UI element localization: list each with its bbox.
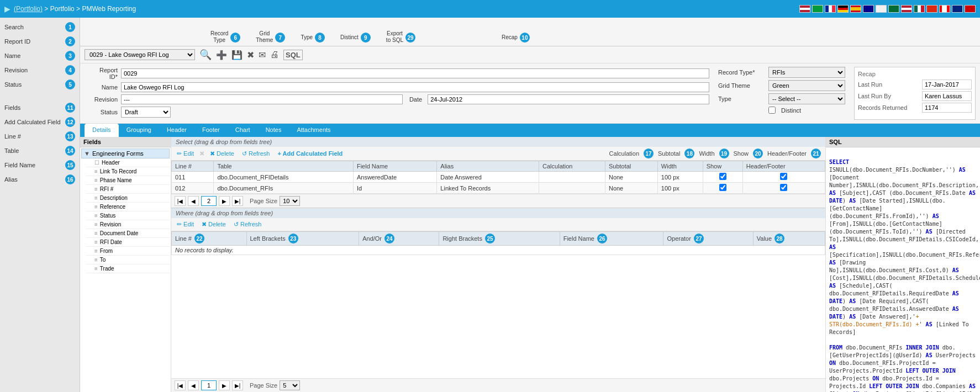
record-type-select[interactable]: RFIs bbox=[768, 67, 845, 78]
search-select[interactable]: 0029 - Lake Oswego RFI Log bbox=[85, 49, 195, 60]
list-icon-10: ≡ bbox=[94, 248, 98, 254]
print-icon[interactable]: 🖨 bbox=[270, 50, 279, 60]
page-size-select[interactable]: 10 25 50 bbox=[280, 196, 300, 206]
grid-theme-select[interactable]: Green bbox=[768, 80, 845, 91]
list-icon-3: ≡ bbox=[94, 186, 98, 192]
cancel-icon[interactable]: ✖ bbox=[247, 50, 254, 60]
list-icon-6: ≡ bbox=[94, 213, 98, 219]
flag-es[interactable] bbox=[850, 5, 861, 13]
sidebar-item-search[interactable]: Search 1 bbox=[0, 20, 80, 34]
flag-nz[interactable] bbox=[952, 5, 963, 13]
save-icon[interactable]: 💾 bbox=[231, 50, 243, 60]
tab-chart[interactable]: Chart bbox=[228, 124, 258, 137]
tab-notes[interactable]: Notes bbox=[258, 124, 289, 137]
center-panel: Select (drag & drop from fields tree) ✏ … bbox=[171, 137, 825, 392]
tree-item-revision-label: Revision bbox=[100, 221, 121, 227]
tree-item-revision[interactable]: ≡ Revision bbox=[86, 220, 170, 229]
tab-grouping[interactable]: Grouping bbox=[119, 124, 159, 137]
tree-item-link-to-record[interactable]: ≡ Link To Record bbox=[86, 167, 170, 176]
sidebar-item-table[interactable]: Table 14 bbox=[0, 144, 80, 158]
flag-us[interactable] bbox=[799, 5, 810, 13]
status-select[interactable]: Draft bbox=[121, 107, 171, 118]
tab-footer[interactable]: Footer bbox=[194, 124, 228, 137]
flag-last[interactable] bbox=[965, 5, 976, 13]
tree-item-status[interactable]: ≡ Status bbox=[86, 211, 170, 220]
tree-item-to[interactable]: ≡ To bbox=[86, 256, 170, 264]
tree-item-phase-name[interactable]: ≡ Phase Name bbox=[86, 176, 170, 185]
page-next-btn[interactable]: ▶ bbox=[219, 196, 230, 206]
sidebar-item-revision[interactable]: Revision 4 bbox=[0, 63, 80, 77]
page-first-btn[interactable]: |◀ bbox=[175, 196, 186, 206]
select-edit-btn[interactable]: ✏ Edit bbox=[175, 149, 196, 158]
cell-line-2: 012 bbox=[172, 183, 214, 194]
distinct-checkbox[interactable] bbox=[768, 107, 776, 114]
tab-attachments[interactable]: Attachments bbox=[289, 124, 338, 137]
add-calculated-btn[interactable]: + Add Calculated Field bbox=[275, 149, 345, 158]
type-select[interactable]: -- Select -- bbox=[768, 93, 845, 104]
page-current-select[interactable] bbox=[201, 196, 217, 206]
flag-mx[interactable] bbox=[914, 5, 925, 13]
tree-item-header[interactable]: ☐ Header bbox=[86, 158, 170, 167]
name-input[interactable] bbox=[121, 82, 709, 92]
where-page-prev[interactable]: ◀ bbox=[188, 380, 199, 390]
list-icon-9: ≡ bbox=[94, 239, 98, 245]
flag-6[interactable] bbox=[876, 5, 887, 13]
flag-au[interactable] bbox=[863, 5, 874, 13]
report-id-input[interactable] bbox=[121, 68, 709, 78]
tab-details[interactable]: Details bbox=[85, 124, 119, 137]
where-col-right-brackets: Right Brackets 25 bbox=[439, 232, 560, 246]
sidebar-item-alias[interactable]: Alias 16 bbox=[0, 172, 80, 187]
where-page-first[interactable]: |◀ bbox=[175, 380, 186, 390]
flag-cn[interactable] bbox=[926, 5, 937, 13]
portfolio-link[interactable]: (Portfolio) bbox=[14, 5, 43, 13]
sidebar-item-fields[interactable]: Fields 11 bbox=[0, 100, 80, 115]
sql-icon[interactable]: SQL bbox=[283, 50, 303, 60]
email-icon[interactable]: ✉ bbox=[259, 50, 266, 60]
flag-de[interactable] bbox=[837, 5, 849, 13]
where-page-current[interactable] bbox=[201, 380, 217, 390]
where-page-size-select[interactable]: 5 10 25 bbox=[280, 380, 300, 390]
flag-sa[interactable] bbox=[888, 5, 899, 13]
date-input[interactable] bbox=[428, 94, 709, 104]
revision-input[interactable] bbox=[121, 94, 403, 104]
where-edit-btn[interactable]: ✏ Edit bbox=[175, 220, 196, 229]
panels-row: Fields ▼ Engineering Forms ☐ Header bbox=[80, 137, 980, 392]
flag-fr[interactable] bbox=[825, 5, 836, 13]
sidebar-item-field-name[interactable]: Field Name 15 bbox=[0, 158, 80, 172]
date-label: Date bbox=[409, 96, 422, 103]
tree-item-phase-label: Phase Name bbox=[100, 177, 132, 183]
cell-hf-1[interactable] bbox=[742, 172, 825, 183]
tree-item-from[interactable]: ≡ From bbox=[86, 247, 170, 256]
flag-ca[interactable] bbox=[939, 5, 950, 13]
tree-item-rfi-num[interactable]: ≡ RFI # bbox=[86, 185, 170, 194]
tree-item-document-date[interactable]: ≡ Document Date bbox=[86, 229, 170, 238]
sidebar-item-add-calculated[interactable]: Add Calculated Field 12 bbox=[0, 115, 80, 129]
tree-item-trade[interactable]: ≡ Trade bbox=[86, 264, 170, 273]
where-page-next[interactable]: ▶ bbox=[219, 380, 230, 390]
sidebar-item-report-id[interactable]: Report ID 2 bbox=[0, 34, 80, 49]
page-last-btn[interactable]: ▶| bbox=[232, 196, 243, 206]
cell-show-2[interactable] bbox=[703, 183, 742, 194]
tree-item-description[interactable]: ≡ Description bbox=[86, 194, 170, 203]
tree-group-header-engineering[interactable]: ▼ Engineering Forms bbox=[81, 149, 170, 158]
form-area: ReportID* Name Revision Date Status Dra bbox=[80, 63, 980, 124]
flag-br[interactable] bbox=[812, 5, 823, 13]
sidebar-item-name[interactable]: Name 3 bbox=[0, 49, 80, 63]
select-delete-btn[interactable]: ✖ Delete bbox=[208, 149, 236, 158]
where-refresh-btn[interactable]: ↺ Refresh bbox=[231, 220, 264, 229]
select-refresh-btn[interactable]: ↺ Refresh bbox=[240, 149, 272, 158]
col-show: Show bbox=[703, 161, 742, 172]
add-icon[interactable]: ➕ bbox=[216, 50, 227, 60]
page-prev-btn[interactable]: ◀ bbox=[188, 196, 199, 206]
where-delete-btn[interactable]: ✖ Delete bbox=[199, 220, 228, 229]
sidebar-item-line-num[interactable]: Line # 13 bbox=[0, 129, 80, 144]
cell-show-1[interactable] bbox=[703, 172, 742, 183]
flag-us2[interactable] bbox=[901, 5, 912, 13]
search-icon[interactable]: 🔍 bbox=[199, 49, 212, 61]
tree-item-rfi-date[interactable]: ≡ RFI Date bbox=[86, 238, 170, 247]
cell-hf-2[interactable] bbox=[742, 183, 825, 194]
sidebar-item-status[interactable]: Status 5 bbox=[0, 77, 80, 92]
where-page-last[interactable]: ▶| bbox=[232, 380, 243, 390]
tree-item-reference[interactable]: ≡ Reference bbox=[86, 203, 170, 211]
tab-header[interactable]: Header bbox=[159, 124, 194, 137]
